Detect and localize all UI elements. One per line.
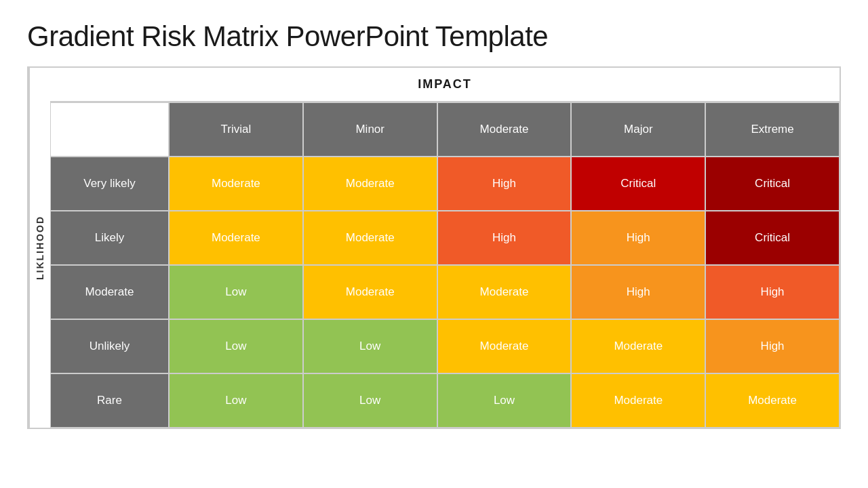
cell-r3-c2: Moderate [437, 319, 572, 373]
cell-r4-c4: Moderate [705, 373, 840, 428]
cell-r2-c2: Moderate [437, 265, 572, 319]
cell-r4-c2: Low [437, 373, 572, 428]
cell-r0-c1: Moderate [303, 157, 437, 211]
cell-r4-c1: Low [303, 373, 437, 428]
cell-r2-c4: High [705, 265, 840, 319]
cell-r2-c0: Low [169, 265, 303, 319]
cell-r0-c2: High [437, 157, 572, 211]
page: Gradient Risk Matrix PowerPoint Template… [0, 0, 868, 488]
cell-r0-c3: Critical [571, 157, 705, 211]
row-label-moderate: Moderate [50, 265, 169, 319]
cell-r1-c3: High [571, 211, 705, 265]
row-label-very-likely: Very likely [50, 157, 169, 211]
cell-r0-c4: Critical [705, 157, 840, 211]
cell-r4-c0: Low [169, 373, 303, 428]
cell-r3-c4: High [705, 319, 840, 373]
col-header-extreme: Extreme [705, 102, 840, 157]
col-header-minor: Minor [303, 102, 437, 157]
row-label-unlikely: Unlikely [50, 319, 169, 373]
impact-header: IMPACT [50, 68, 840, 102]
cell-r0-c0: Moderate [169, 157, 303, 211]
cell-r1-c4: Critical [705, 211, 840, 265]
cell-r1-c0: Moderate [169, 211, 303, 265]
page-title: Gradient Risk Matrix PowerPoint Template [27, 20, 841, 53]
grid-corner [50, 102, 169, 157]
likelihood-label: LIKLIHOOD [28, 68, 50, 428]
risk-matrix: LIKLIHOOD IMPACT TrivialMinorModerateMaj… [27, 66, 841, 429]
row-label-likely: Likely [50, 211, 169, 265]
matrix-grid: TrivialMinorModerateMajorExtremeVery lik… [50, 102, 840, 428]
matrix-right: IMPACT TrivialMinorModerateMajorExtremeV… [50, 68, 840, 428]
cell-r1-c1: Moderate [303, 211, 437, 265]
cell-r3-c0: Low [169, 319, 303, 373]
cell-r1-c2: High [437, 211, 572, 265]
cell-r3-c3: Moderate [571, 319, 705, 373]
cell-r3-c1: Low [303, 319, 437, 373]
col-header-major: Major [571, 102, 705, 157]
cell-r2-c3: High [571, 265, 705, 319]
row-label-rare: Rare [50, 373, 169, 428]
col-header-trivial: Trivial [169, 102, 303, 157]
cell-r4-c3: Moderate [571, 373, 705, 428]
col-header-moderate: Moderate [437, 102, 572, 157]
cell-r2-c1: Moderate [303, 265, 437, 319]
